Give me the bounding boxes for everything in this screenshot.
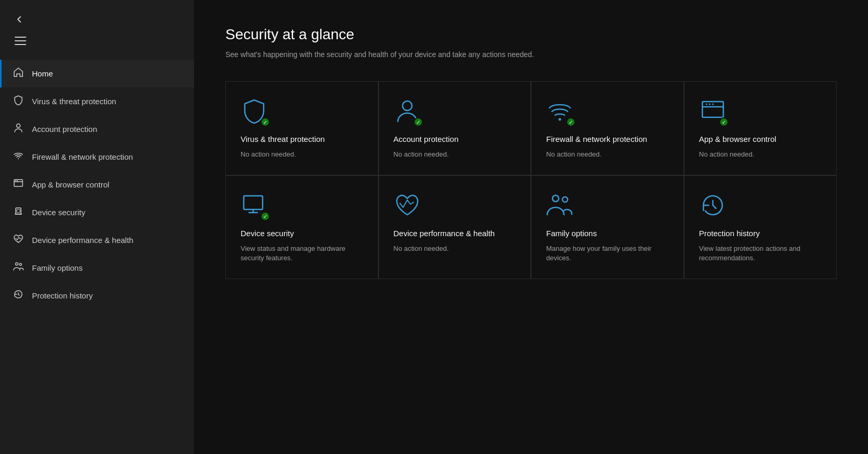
card-title-history: Protection history [699,228,822,239]
card-title-browser: App & browser control [699,134,822,145]
svg-point-11 [16,263,18,265]
page-title: Security at a glance [225,26,837,43]
card-title-virus: Virus & threat protection [241,134,363,145]
cards-grid: ✓ Virus & threat protection No action ne… [225,81,837,279]
sidebar-item-device-security[interactable]: Device security [0,198,194,226]
status-badge-firewall: ✓ [566,117,576,127]
svg-point-12 [19,263,21,265]
sidebar-item-home[interactable]: Home [0,60,194,87]
status-badge-device-security: ✓ [261,212,270,221]
card-history[interactable]: Protection history View latest protectio… [684,175,837,279]
svg-point-24 [562,197,568,202]
sidebar-item-firewall-label: Firewall & network protection [32,152,133,161]
browser-icon [12,178,25,191]
svg-point-14 [559,118,561,121]
sidebar-item-history-label: Protection history [32,291,93,300]
person-icon [12,123,25,136]
sidebar-navigation: Home Virus & threat protection Account p… [0,56,194,314]
sidebar: Home Virus & threat protection Account p… [0,0,194,454]
sidebar-item-performance[interactable]: Device performance & health [0,226,194,254]
card-desc-history: View latest protection actions and recom… [699,244,822,263]
card-desc-firewall: No action needed. [546,150,669,159]
heart-icon [12,234,25,247]
card-browser[interactable]: ✓ App & browser control No action needed… [684,81,837,175]
card-desc-family: Manage how your family uses their device… [546,244,669,263]
sidebar-item-virus[interactable]: Virus & threat protection [0,87,194,115]
main-content: Security at a glance See what's happenin… [194,0,868,454]
card-desc-browser: No action needed. [699,150,822,159]
sidebar-item-browser[interactable]: App & browser control [0,171,194,198]
sidebar-item-family[interactable]: Family options [0,254,194,282]
sidebar-item-firewall[interactable]: Firewall & network protection [0,143,194,171]
card-icon-wrap-firewall: ✓ [546,97,573,125]
svg-rect-10 [17,209,20,213]
svg-rect-20 [244,196,263,209]
sidebar-top [0,0,194,56]
card-desc-account: No action needed. [394,150,516,159]
card-icon-wrap-device-security: ✓ [241,192,268,219]
chip-icon [12,206,25,219]
card-title-device-security: Device security [241,228,363,239]
card-desc-virus: No action needed. [241,150,363,159]
shield-icon [12,95,25,108]
card-icon-wrap-performance [394,192,421,219]
card-icon-wrap-browser: ✓ [699,97,726,125]
page-subtitle: See what's happening with the security a… [225,49,540,60]
history-icon [12,289,25,302]
sidebar-item-virus-label: Virus & threat protection [32,97,116,106]
sidebar-item-performance-label: Device performance & health [32,236,133,245]
card-icon-wrap-family [546,192,573,219]
sidebar-item-history[interactable]: Protection history [0,282,194,309]
back-button[interactable] [8,9,186,29]
card-account[interactable]: ✓ Account protection No action needed. [378,81,531,175]
card-title-firewall: Firewall & network protection [546,134,669,145]
card-title-account: Account protection [394,134,516,145]
card-device-security[interactable]: ✓ Device security View status and manage… [225,175,378,279]
card-icon-wrap-virus: ✓ [241,97,268,125]
home-icon [12,67,25,80]
svg-point-13 [403,101,412,110]
svg-point-1 [18,158,19,159]
status-badge-browser: ✓ [719,117,729,127]
card-virus[interactable]: ✓ Virus & threat protection No action ne… [225,81,378,175]
sidebar-item-family-label: Family options [32,263,83,272]
sidebar-item-browser-label: App & browser control [32,180,110,189]
card-performance[interactable]: Device performance & health No action ne… [378,175,531,279]
wifi-icon [12,150,25,163]
menu-toggle-button[interactable] [8,31,186,50]
card-desc-performance: No action needed. [394,244,516,253]
sidebar-item-account[interactable]: Account protection [0,115,194,143]
svg-point-23 [552,195,559,202]
card-title-family: Family options [546,228,669,239]
card-icon-wrap-account: ✓ [394,97,421,125]
sidebar-item-device-security-label: Device security [32,208,85,217]
status-badge-virus: ✓ [261,117,270,127]
card-title-performance: Device performance & health [394,228,516,239]
card-family[interactable]: Family options Manage how your family us… [531,175,684,279]
card-desc-device-security: View status and manage hardware security… [241,244,363,263]
svg-point-0 [17,124,20,128]
family-icon [12,261,25,274]
sidebar-item-home-label: Home [32,69,53,78]
status-badge-account: ✓ [414,117,423,127]
sidebar-item-account-label: Account protection [32,125,97,134]
card-icon-wrap-history [699,192,726,219]
card-firewall[interactable]: ✓ Firewall & network protection No actio… [531,81,684,175]
